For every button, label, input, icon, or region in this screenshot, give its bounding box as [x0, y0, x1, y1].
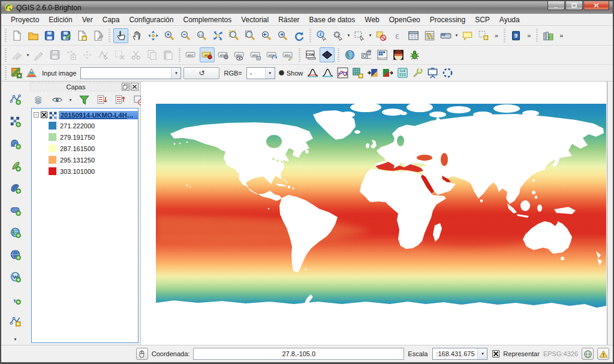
- select-by-expression-button[interactable]: ε: [390, 28, 405, 43]
- zoom-last-button[interactable]: [259, 28, 274, 43]
- scp-band-calc-button[interactable]: 1+2: [396, 66, 410, 80]
- style-manager-button[interactable]: [541, 28, 556, 43]
- map-tips-button[interactable]: [460, 28, 475, 43]
- add-delimited-text-layer-button[interactable]: ,: [8, 291, 23, 306]
- menu-processing[interactable]: Processing: [425, 14, 470, 25]
- expand-all-button[interactable]: [95, 94, 109, 107]
- scp-classification-output-button[interactable]: [381, 66, 395, 80]
- node-tool-button[interactable]: [96, 47, 111, 62]
- show-hide-labels-button[interactable]: abc: [232, 47, 247, 62]
- new-shapefile-layer-button[interactable]: [8, 314, 23, 329]
- legend-item[interactable]: 303.101000: [32, 166, 138, 177]
- menu-web[interactable]: Web: [360, 14, 384, 25]
- zoom-to-layer-button[interactable]: [243, 28, 258, 43]
- open-project-button[interactable]: [26, 28, 41, 43]
- sst-plugin-button[interactable]: [391, 47, 406, 62]
- save-project-button[interactable]: [42, 28, 57, 43]
- select-features-button[interactable]: [352, 28, 367, 43]
- scp-show-radio[interactable]: Show: [279, 70, 303, 77]
- scp-refresh-button[interactable]: ↺: [183, 67, 219, 79]
- select-features-dropdown[interactable]: ▼: [368, 28, 373, 43]
- manage-visibility-dropdown[interactable]: ▼: [68, 93, 73, 107]
- add-feature-button[interactable]: [64, 47, 79, 62]
- maximize-button[interactable]: [565, 1, 583, 10]
- change-label-properties-button[interactable]: abc: [281, 47, 296, 62]
- text-annotation-button[interactable]: [476, 28, 491, 43]
- run-feature-action-dropdown[interactable]: ▼: [346, 28, 351, 43]
- add-spatialite-layer-button[interactable]: [8, 158, 23, 173]
- add-group-button[interactable]: [32, 94, 46, 107]
- scp-undo-button[interactable]: [441, 66, 455, 80]
- mouse-position-toggle[interactable]: [136, 348, 148, 360]
- toggle-editing-button[interactable]: [31, 47, 46, 62]
- legend-item[interactable]: 279.191750: [32, 131, 138, 143]
- add-raster-layer-button[interactable]: [8, 114, 23, 129]
- toolbar-overflow[interactable]: »: [495, 32, 498, 39]
- copy-features-button[interactable]: [145, 47, 159, 62]
- add-wms-layer-button[interactable]: [8, 225, 23, 240]
- collapse-all-button[interactable]: [113, 94, 127, 107]
- scp-classification-histogram-button[interactable]: [306, 66, 320, 80]
- scp-roi-creation-button[interactable]: [351, 66, 365, 80]
- menu-scp[interactable]: SCP: [470, 14, 495, 25]
- crs-status-button[interactable]: [582, 348, 594, 360]
- menu-proyecto[interactable]: Proyecto: [6, 14, 44, 25]
- panel-close-button[interactable]: [131, 83, 139, 91]
- map-raster[interactable]: [156, 104, 606, 313]
- add-mssql-layer-button[interactable]: [8, 181, 23, 195]
- add-vector-layer-button[interactable]: [8, 92, 23, 107]
- zoom-native-button[interactable]: 1:1: [194, 28, 209, 43]
- scp-scatter-plot-button[interactable]: [336, 66, 350, 80]
- menu-edici-n[interactable]: Edición: [44, 14, 77, 25]
- identify-features-button[interactable]: i: [314, 28, 329, 43]
- toolbar-overflow[interactable]: »: [559, 32, 563, 39]
- metasearch-csw-button[interactable]: CSW: [303, 47, 318, 62]
- new-print-composer-button[interactable]: [74, 28, 89, 43]
- label-settings-button[interactable]: abc: [183, 47, 198, 62]
- scale-combo[interactable]: :168.431.675▼: [432, 348, 487, 360]
- menu-capa[interactable]: Capa: [98, 14, 125, 25]
- paste-features-button[interactable]: [161, 47, 176, 62]
- rotate-label-button[interactable]: abc: [264, 47, 279, 62]
- scp-spectral-viewer-button[interactable]: [426, 66, 440, 80]
- add-wcs-layer-button[interactable]: [8, 247, 23, 262]
- messages-warning-button[interactable]: [597, 348, 609, 360]
- map-canvas[interactable]: [141, 82, 607, 345]
- current-edits-dropdown[interactable]: ▼: [25, 48, 31, 62]
- menu-configuraci-n[interactable]: Configuración: [124, 14, 178, 25]
- menu-opengeo[interactable]: OpenGeo: [384, 14, 425, 25]
- cut-features-button[interactable]: [128, 47, 143, 62]
- pan-to-selection-button[interactable]: [146, 28, 161, 43]
- add-wfs-layer-button[interactable]: [8, 269, 23, 284]
- current-edits-button[interactable]: [10, 47, 25, 62]
- render-checkbox[interactable]: [492, 350, 499, 357]
- plugin-builder-button[interactable]: [359, 47, 374, 62]
- touch-zoom-pan-button[interactable]: [113, 28, 128, 43]
- layer-row[interactable]: − 20150914-UKMO-L4HRf...: [32, 110, 138, 120]
- legend-item[interactable]: 295.131250: [32, 154, 138, 166]
- minimize-button[interactable]: [547, 1, 565, 10]
- composer-manager-button[interactable]: [91, 28, 106, 43]
- legend-item[interactable]: 287.161500: [32, 143, 138, 154]
- measure-dropdown[interactable]: ▼: [454, 28, 459, 43]
- deselect-all-button[interactable]: [374, 28, 389, 43]
- move-label-button[interactable]: abc: [248, 47, 263, 62]
- netcdf-browser-button[interactable]: NetCDF: [375, 47, 390, 62]
- filter-legend-button[interactable]: [77, 94, 91, 107]
- zoom-next-button[interactable]: [275, 28, 290, 43]
- panel-float-button[interactable]: [122, 83, 130, 91]
- layer-expander[interactable]: −: [34, 112, 39, 118]
- measure-button[interactable]: [438, 28, 453, 43]
- scp-band-set-button[interactable]: [10, 66, 23, 80]
- menu-ayuda[interactable]: Ayuda: [495, 14, 525, 25]
- scp-settings-button[interactable]: [411, 66, 425, 80]
- scp-tools-button[interactable]: [25, 66, 38, 80]
- menu-complementos[interactable]: Complementos: [178, 14, 236, 25]
- help-contents-button[interactable]: ?: [508, 28, 523, 43]
- title-bar[interactable]: QGIS 2.6.0-Brighton: [1, 1, 613, 14]
- menu-r-ster[interactable]: Ráster: [273, 14, 304, 25]
- pin-unpin-labels-button[interactable]: ab: [200, 47, 215, 62]
- zoom-out-button[interactable]: [178, 28, 193, 43]
- menu-ver[interactable]: Ver: [77, 14, 98, 25]
- menu-vectorial[interactable]: Vectorial: [236, 14, 273, 25]
